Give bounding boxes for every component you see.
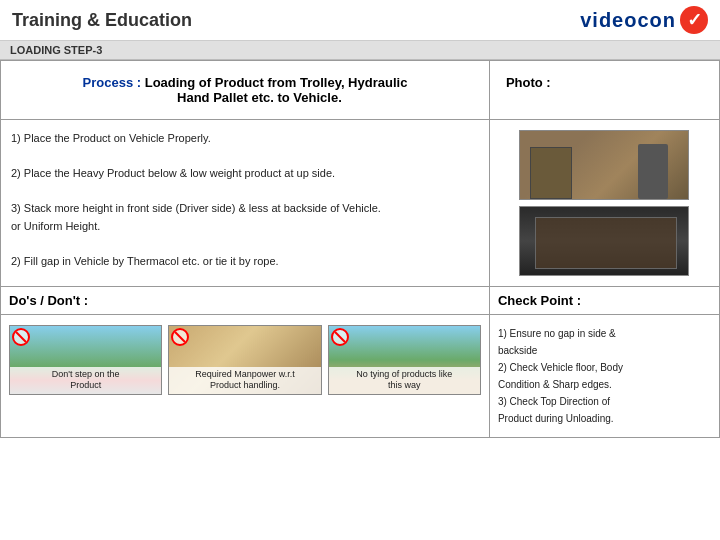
forbidden-icon-3	[331, 328, 349, 346]
checkpoint-cell: 1) Ensure no gap in side & backside 2) C…	[489, 315, 719, 438]
dos-donts-header: Do's / Don't :	[9, 293, 481, 308]
logo-icon: ✓	[680, 6, 708, 34]
checkpoint-header-cell: Check Point :	[489, 287, 719, 315]
dos-donts-label: Do's / Don't :	[9, 293, 88, 308]
checkpoint-list: 1) Ensure no gap in side & backside 2) C…	[498, 321, 711, 431]
small-photo-2: Required Manpower w.r.t Product handling…	[168, 325, 321, 395]
checkpoint-label: Check Point :	[498, 293, 581, 308]
checkpoint-item-3: 3) Check Top Direction of Product during…	[498, 393, 711, 427]
step-label: LOADING STEP-3	[0, 41, 720, 60]
step-3: 3) Stack more height in front side (Driv…	[11, 200, 479, 235]
photo-header: Photo :	[498, 67, 711, 98]
process-body2: Hand Pallet etc. to Vehicle.	[148, 90, 342, 105]
logo-text: videocon	[580, 9, 676, 32]
checkpoint-header: Check Point :	[498, 293, 711, 308]
process-header: Process : Loading of Product from Trolle…	[9, 67, 481, 113]
small-photo-3: No tying of products like this way	[328, 325, 481, 395]
steps-text: 1) Place the Product on Vehicle Properly…	[11, 126, 479, 275]
small-photos-cell: Don't step on the Product Required Manpo…	[1, 315, 490, 438]
checkpoint-item-2: 2) Check Vehicle floor, Body Condition &…	[498, 359, 711, 393]
bottom-header-row: Do's / Don't : Check Point :	[1, 287, 720, 315]
photos-container	[498, 126, 711, 280]
small-photo-1-label: Don't step on the Product	[10, 367, 161, 394]
process-body: Loading of Product from Trolley, Hydraul…	[145, 75, 408, 90]
photo-1	[519, 130, 689, 200]
steps-cell: 1) Place the Product on Vehicle Properly…	[1, 120, 490, 287]
photo-label: Photo :	[506, 75, 551, 90]
process-header-cell: Process : Loading of Product from Trolle…	[1, 61, 490, 120]
page-title: Training & Education	[12, 10, 192, 31]
forbidden-icon-1	[12, 328, 30, 346]
header-row: Process : Loading of Product from Trolle…	[1, 61, 720, 120]
step-1: 1) Place the Product on Vehicle Properly…	[11, 130, 479, 148]
step-4: 2) Fill gap in Vehicle by Thermacol etc.…	[11, 253, 479, 271]
content-row: 1) Place the Product on Vehicle Properly…	[1, 120, 720, 287]
bottom-content-row: Don't step on the Product Required Manpo…	[1, 315, 720, 438]
small-photo-2-label: Required Manpower w.r.t Product handling…	[169, 367, 320, 394]
process-prefix: Process :	[83, 75, 142, 90]
photo-2	[519, 206, 689, 276]
dos-donts-header-cell: Do's / Don't :	[1, 287, 490, 315]
main-content-table: Process : Loading of Product from Trolle…	[0, 60, 720, 438]
small-photo-1: Don't step on the Product	[9, 325, 162, 395]
small-photo-3-label: No tying of products like this way	[329, 367, 480, 394]
forbidden-icon-2	[171, 328, 189, 346]
photo-header-cell: Photo :	[489, 61, 719, 120]
checkpoint-item-1: 1) Ensure no gap in side & backside	[498, 325, 711, 359]
page-header: Training & Education videocon ✓	[0, 0, 720, 41]
step-2: 2) Place the Heavy Product below & low w…	[11, 165, 479, 183]
images-row: Don't step on the Product Required Manpo…	[9, 325, 481, 395]
photos-cell	[489, 120, 719, 287]
logo-area: videocon ✓	[580, 6, 708, 34]
